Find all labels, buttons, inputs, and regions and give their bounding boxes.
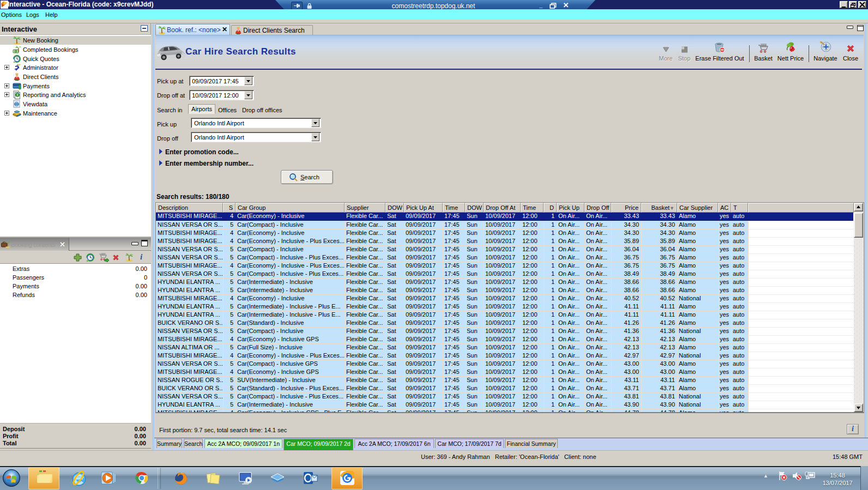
- svg-text:$: $: [19, 84, 22, 90]
